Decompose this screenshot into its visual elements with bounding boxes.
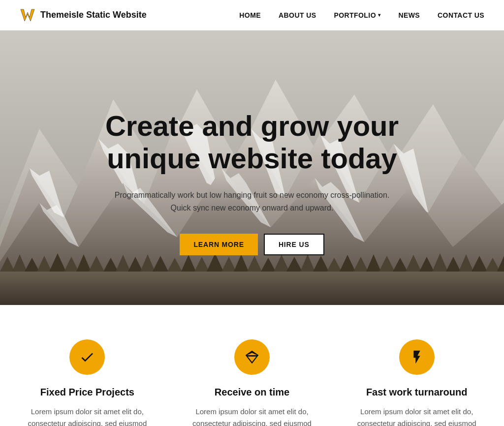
hero-section: Create and grow your unique website toda… bbox=[0, 30, 504, 305]
feature-receive-on-time: Receive on time Lorem ipsum dolor sit am… bbox=[185, 339, 320, 426]
feature-title-1: Fixed Price Projects bbox=[40, 387, 134, 398]
nav-contact-us[interactable]: CONTACT US bbox=[438, 11, 484, 19]
bolt-icon bbox=[409, 349, 425, 365]
check-icon bbox=[79, 349, 95, 365]
nav-about-us[interactable]: ABOUT US bbox=[279, 11, 316, 19]
hero-content: Create and grow your unique website toda… bbox=[0, 30, 504, 305]
feature-icon-diamond bbox=[234, 339, 270, 375]
site-header: Themeisle Static Website HOME ABOUT US P… bbox=[0, 0, 504, 30]
nav-news[interactable]: NEWS bbox=[398, 11, 420, 19]
feature-desc-3: Lorem ipsum dolor sit amet elit do, cons… bbox=[349, 406, 484, 426]
feature-fast-work: Fast work turnaround Lorem ipsum dolor s… bbox=[349, 339, 484, 426]
feature-fixed-price: Fixed Price Projects Lorem ipsum dolor s… bbox=[20, 339, 155, 426]
nav-portfolio[interactable]: PORTFOLIO ▾ bbox=[334, 11, 381, 19]
main-nav: HOME ABOUT US PORTFOLIO ▾ NEWS CONTACT U… bbox=[239, 11, 484, 19]
logo-area: Themeisle Static Website bbox=[20, 7, 147, 23]
feature-title-2: Receive on time bbox=[215, 387, 289, 398]
feature-title-3: Fast work turnaround bbox=[366, 387, 468, 398]
feature-icon-bolt bbox=[399, 339, 435, 375]
chevron-down-icon: ▾ bbox=[378, 12, 380, 18]
feature-icon-check bbox=[69, 339, 105, 375]
hero-buttons: LEARN MORE HIRE US bbox=[180, 234, 324, 255]
hire-us-button[interactable]: HIRE US bbox=[264, 234, 324, 255]
logo-text: Themeisle Static Website bbox=[40, 10, 147, 20]
feature-desc-2: Lorem ipsum dolor sit amet elit do, cons… bbox=[185, 406, 320, 426]
diamond-icon bbox=[244, 349, 260, 365]
learn-more-button[interactable]: LEARN MORE bbox=[180, 234, 258, 255]
logo-icon bbox=[20, 7, 35, 23]
hero-title: Create and grow your unique website toda… bbox=[94, 110, 410, 175]
features-section: Fixed Price Projects Lorem ipsum dolor s… bbox=[0, 305, 504, 426]
nav-home[interactable]: HOME bbox=[239, 11, 261, 19]
hero-subtitle: Programmatically work but low hanging fr… bbox=[114, 189, 390, 214]
feature-desc-1: Lorem ipsum dolor sit amet elit do, cons… bbox=[20, 406, 155, 426]
